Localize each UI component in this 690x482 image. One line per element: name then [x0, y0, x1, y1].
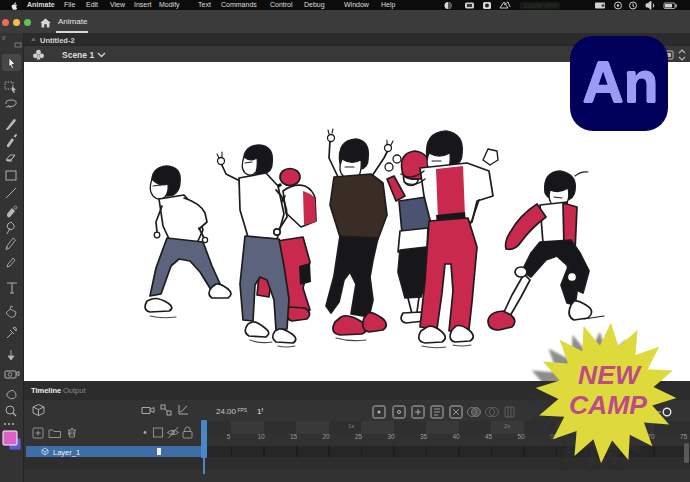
- svg-text:CAMP: CAMP: [569, 390, 647, 420]
- svg-text:NEW: NEW: [578, 360, 642, 390]
